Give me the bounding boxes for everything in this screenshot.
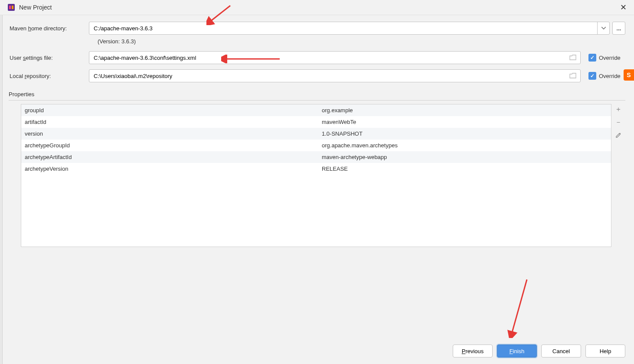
maven-home-more-button[interactable]: ... [612, 22, 625, 35]
table-row[interactable]: groupId org.example [21, 104, 611, 116]
sogou-ime-badge: S [624, 69, 634, 81]
prop-key: version [21, 130, 318, 137]
window-title: New Project [19, 4, 617, 11]
user-settings-row: User settings file: ✓ Override [9, 51, 625, 64]
local-repo-label: Local repository: [9, 73, 89, 79]
user-settings-input-wrap[interactable] [89, 51, 581, 64]
svg-line-5 [512, 280, 527, 334]
table-row[interactable]: version 1.0-SNAPSHOT [21, 128, 611, 140]
app-icon [7, 3, 16, 12]
svg-rect-0 [8, 4, 15, 11]
maven-home-row: Maven home directory: ... [9, 22, 625, 35]
override-repo-checkbox[interactable]: ✓ [588, 72, 596, 80]
left-strip [0, 15, 3, 364]
local-repo-row: Local repository: ✓ Override [9, 69, 625, 82]
properties-header: Properties [9, 91, 625, 101]
content-area: Maven home directory: ... (Version: 3.6.… [0, 15, 634, 247]
finish-button[interactable]: Finish [497, 344, 537, 358]
prop-val: 1.0-SNAPSHOT [318, 130, 611, 137]
properties-panel: groupId org.example artifactId mavenWebT… [9, 101, 625, 247]
close-icon[interactable]: ✕ [617, 1, 630, 14]
override-settings-label: Override [599, 55, 621, 61]
table-row[interactable]: archetypeGroupId org.apache.maven.archet… [21, 140, 611, 151]
maven-home-label: Maven home directory: [9, 25, 89, 32]
prop-val: org.example [318, 107, 611, 114]
titlebar: New Project ✕ [0, 0, 634, 15]
prop-val: RELEASE [318, 166, 611, 172]
prop-key: archetypeArtifactId [21, 154, 318, 160]
table-row[interactable]: archetypeVersion RELEASE [21, 163, 611, 175]
override-settings-checkbox[interactable]: ✓ [588, 54, 596, 62]
properties-table[interactable]: groupId org.example artifactId mavenWebT… [21, 104, 611, 247]
folder-icon[interactable] [567, 52, 578, 63]
table-row[interactable]: artifactId mavenWebTe [21, 116, 611, 128]
user-settings-input[interactable] [89, 55, 567, 61]
override-repo-label: Override [599, 73, 621, 79]
maven-home-combo[interactable] [89, 22, 610, 35]
user-settings-label: User settings file: [9, 55, 89, 61]
prop-key: archetypeGroupId [21, 142, 318, 149]
remove-property-button[interactable]: － [613, 117, 624, 127]
folder-icon[interactable] [567, 70, 578, 81]
cancel-button[interactable]: Cancel [541, 344, 581, 358]
add-property-button[interactable]: ＋ [613, 104, 624, 114]
maven-home-input[interactable] [89, 25, 597, 32]
prop-key: artifactId [21, 119, 318, 125]
local-repo-input-wrap[interactable] [89, 69, 581, 82]
prop-val: maven-archetype-webapp [318, 154, 611, 160]
prop-key: archetypeVersion [21, 166, 318, 172]
svg-rect-2 [12, 6, 13, 9]
table-row[interactable]: archetypeArtifactId maven-archetype-weba… [21, 151, 611, 163]
edit-property-button[interactable] [613, 130, 624, 140]
annotation-arrow [507, 277, 533, 338]
maven-version-label: (Version: 3.6.3) [98, 38, 625, 45]
prop-key: groupId [21, 107, 318, 114]
prop-val: mavenWebTe [318, 119, 611, 125]
svg-rect-1 [9, 6, 11, 9]
chevron-down-icon[interactable] [597, 22, 609, 34]
local-repo-input[interactable] [89, 73, 567, 79]
prop-val: org.apache.maven.archetypes [318, 142, 611, 149]
help-button[interactable]: Help [585, 344, 625, 358]
button-bar: Previous Finish Cancel Help [453, 344, 625, 358]
properties-tools: ＋ － [611, 101, 625, 247]
previous-button[interactable]: Previous [453, 344, 493, 358]
